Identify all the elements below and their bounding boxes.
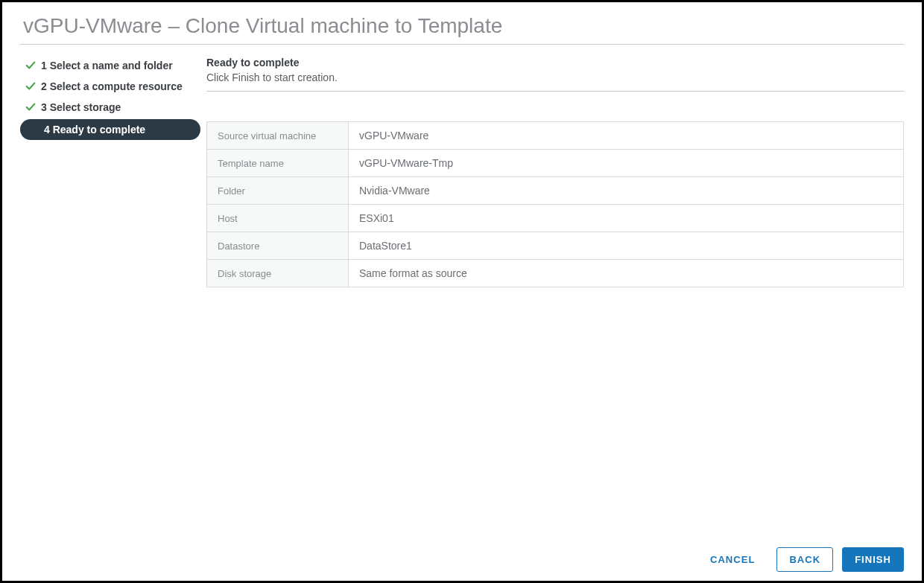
step-select-storage[interactable]: 3 Select storage [20,98,200,116]
wizard-steps: 1 Select a name and folder 2 Select a co… [20,57,206,572]
summary-table: Source virtual machine vGPU-VMware Templ… [206,121,904,287]
section-subtext: Click Finish to start creation. [206,71,904,83]
checkmark-icon [25,81,37,92]
wizard-dialog: vGPU-VMware – Clone Virtual machine to T… [0,0,924,583]
summary-value-disk-storage: Same format as source [349,260,904,287]
table-row: Datastore DataStore1 [207,232,904,260]
wizard-body: 1 Select a name and folder 2 Select a co… [20,45,904,572]
summary-label-source-vm: Source virtual machine [207,122,349,150]
wizard-main: Ready to complete Click Finish to start … [206,57,904,572]
step-select-compute-resource[interactable]: 2 Select a compute resource [20,77,200,95]
section-header: Ready to complete Click Finish to start … [206,57,904,92]
summary-value-source-vm: vGPU-VMware [349,122,904,150]
wizard-footer: CANCEL BACK FINISH [206,535,904,572]
page-title: vGPU-VMware – Clone Virtual machine to T… [20,11,904,45]
back-button[interactable]: BACK [776,547,833,572]
step-label: 3 Select storage [41,101,121,113]
checkmark-icon [25,60,37,71]
cancel-button[interactable]: CANCEL [697,547,768,572]
summary-label-folder: Folder [207,177,349,205]
step-label: 4 Ready to complete [44,124,145,136]
table-row: Disk storage Same format as source [207,260,904,287]
summary-value-folder: Nvidia-VMware [349,177,904,205]
table-row: Folder Nvidia-VMware [207,177,904,205]
step-ready-to-complete[interactable]: 4 Ready to complete [20,119,200,140]
table-row: Source virtual machine vGPU-VMware [207,122,904,150]
summary-label-host: Host [207,205,349,232]
summary-value-datastore: DataStore1 [349,232,904,260]
summary-label-template-name: Template name [207,150,349,177]
step-select-name-folder[interactable]: 1 Select a name and folder [20,57,200,74]
table-row: Template name vGPU-VMware-Tmp [207,150,904,177]
step-label: 2 Select a compute resource [41,80,183,92]
summary-value-host: ESXi01 [349,205,904,232]
checkmark-icon [25,102,37,112]
finish-button[interactable]: FINISH [842,547,904,572]
step-label: 1 Select a name and folder [41,60,173,71]
section-title: Ready to complete [206,57,904,69]
summary-label-disk-storage: Disk storage [207,260,349,287]
summary-value-template-name: vGPU-VMware-Tmp [349,150,904,177]
table-row: Host ESXi01 [207,205,904,232]
summary-label-datastore: Datastore [207,232,349,260]
